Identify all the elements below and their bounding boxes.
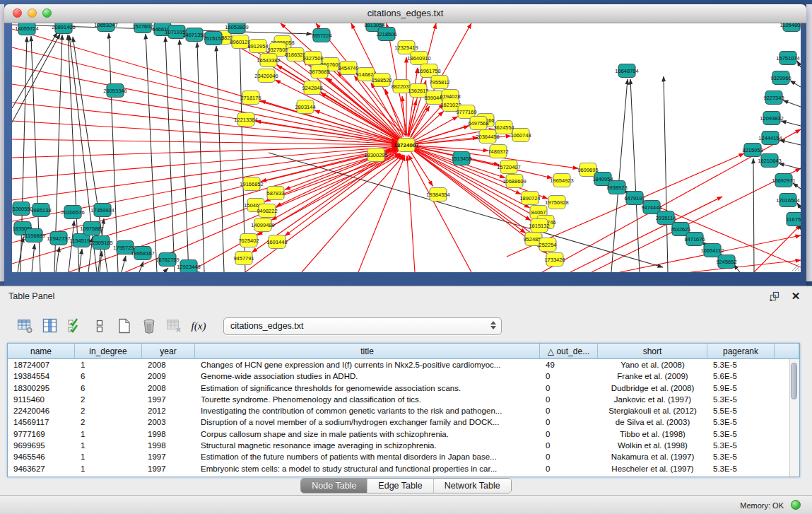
table-cell: Nakamura et al. (1997) [598,451,707,462]
graph-node-label: 15692971 [772,177,795,184]
column-header[interactable]: △ out_de... [540,344,598,359]
window-titlebar[interactable]: citations_edges.txt [4,4,806,23]
network-canvas[interactable]: 7463822896012889129542322605893275051654… [12,23,801,272]
column-header[interactable]: short [598,344,707,359]
table-cell: 19384554 [8,370,75,382]
close-panel-icon[interactable]: ✕ [789,290,802,303]
table-cell: Stergiakouli et al. (2012) [598,405,707,416]
graph-node-label: 18300295 [364,152,387,158]
graph-node-label: 5875685 [309,69,329,75]
graph-node-label: 19958167 [131,250,154,257]
right-edge-strip [806,4,812,281]
table-cell: Investigating the contribution of common… [195,405,540,416]
table-cell: 0 [540,451,598,462]
table-cell: 9699695 [8,440,75,451]
column-header[interactable]: pagerank [707,344,775,359]
column-header[interactable] [775,344,799,359]
table-settings-icon[interactable] [16,316,35,336]
tab-node-table[interactable]: Node Table [301,479,367,493]
table-cell: 5.3E-5 [707,359,775,370]
graph-node-label: 2935114 [656,215,676,221]
graph-node-label: 1513455 [451,156,471,162]
table-cell: 1 [75,440,142,451]
graph-node-label: 7515152 [203,35,223,42]
delete-icon[interactable] [139,316,159,336]
table-vertical-scrollbar[interactable] [789,359,799,477]
table-cell: 2008 [142,382,195,394]
table-row[interactable]: 946362711997Embryonic stem cells: a mode… [8,463,790,474]
table-cell: 2012 [142,405,195,416]
table-body: 1872400712008Changes of HCN gene express… [8,359,790,477]
table-row[interactable]: 977716911998Corpus callosum shape and si… [8,428,790,440]
column-header[interactable]: name [8,344,75,359]
column-header[interactable]: year [142,344,195,359]
graph-node-label: 1362615 [408,88,428,94]
memory-status-indicator[interactable] [791,500,801,510]
table-row[interactable]: 911546021997Tourette syndrome. Phenomeno… [8,394,790,405]
table-row[interactable]: 1830029562008Estimation of significance … [8,382,790,394]
table-cell: 1997 [142,394,195,405]
unselect-all-icon[interactable] [90,316,110,336]
table-cell: 0 [540,463,598,474]
table-cell [775,394,790,405]
table-cell: 5.6E-5 [707,370,775,382]
table-tabs-bar: Node TableEdge TableNetwork Table [0,478,812,493]
table-toolbar: f(x) citations_edges.txt [0,312,502,340]
new-document-icon[interactable] [114,316,134,336]
table-cell: 0 [540,405,598,416]
graph-node-label: 12942737 [47,235,70,242]
graph-node-label: 252254 [539,242,556,248]
table-row[interactable]: 1938455462009Genome-wide association stu… [8,370,790,382]
graph-node-label: 16210643 [758,158,781,164]
graph-node-label: 9498222 [257,208,277,214]
table-row[interactable]: 946554611997Estimation of the future num… [8,451,790,462]
network-table-selector[interactable]: citations_edges.txt [223,317,502,335]
table-row[interactable]: 969969511998Structural magnetic resonanc… [8,440,790,451]
graph-node-label: 9327508 [302,55,323,62]
tab-edge-table[interactable]: Edge Table [367,479,433,493]
show-columns-icon[interactable] [40,316,60,336]
scrollbar-thumb[interactable] [791,363,797,399]
graph-node-label: 12325419 [394,45,418,51]
graph-node-label: 16648784 [615,68,638,74]
graph-node-label: 10975887 [80,226,103,232]
graph-node-label: 16961758 [417,68,440,74]
graph-node-label: 1985138 [30,207,51,214]
graph-node-label: 2803144 [295,104,315,110]
table-cell: 18300295 [8,382,75,394]
graph-node-label: 19756928 [545,199,568,206]
graph-node-label: 26053346 [103,88,126,94]
table-row[interactable]: 1872400712008Changes of HCN gene express… [8,359,790,370]
graph-node-label: 2218506 [376,31,396,37]
graph-node-label: 9699695 [577,167,598,173]
table-row[interactable]: 1456911722003Disruption of a novel membe… [8,416,790,428]
table-cell [775,463,790,474]
table-header-row: namein_degreeyeartitle△ out_de...shortpa… [8,344,799,359]
table-cell [775,359,790,370]
graph-node-label: 1615132 [529,223,549,229]
graph-node-label: 3624554 [493,124,514,131]
graph-node-label: 19166852 [240,181,263,187]
table-cell: Corpus callosum shape and size in male p… [195,428,540,440]
table-cell: 5.3E-5 [707,440,775,451]
table-cell [775,416,790,428]
table-cell: 2003 [142,416,195,428]
network-svg: 7463822896012889129542322605893275051654… [12,23,801,272]
table-panel-header: Table Panel ✕ [0,286,812,306]
tab-network-table[interactable]: Network Table [433,479,511,493]
function-builder-icon[interactable]: f(x) [189,316,208,336]
column-header[interactable]: in_degree [75,344,142,359]
graph-node-label: 20364456 [476,134,499,140]
graph-node-label: 10653247 [94,23,117,28]
table-cell: Yano et al. (2008) [598,359,707,370]
table-cell: 1997 [142,463,195,474]
table-cell: 5.5E-5 [707,405,775,416]
column-header[interactable]: title [195,344,540,359]
table-row[interactable]: 2242004622012Investigating the contribut… [8,405,790,416]
graph-node-label: 11156889 [23,233,45,239]
float-panel-icon[interactable] [768,290,781,303]
graph-node-label: 6497568 [468,120,488,127]
graph-node-label: 7955812 [429,79,449,86]
combo-arrows-icon [490,321,496,329]
select-all-icon[interactable] [65,316,85,336]
